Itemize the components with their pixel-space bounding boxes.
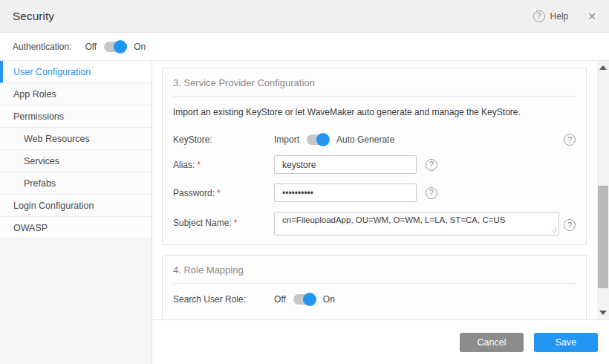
search-user-role-on-label: On xyxy=(323,294,335,305)
sidebar-item-label: Web Resources xyxy=(24,134,90,144)
role-mapping-card: 4. Role Mapping Search User Role: Off On xyxy=(162,255,587,319)
required-asterisk: * xyxy=(234,218,238,228)
alias-input[interactable] xyxy=(274,155,417,174)
sidebar-item-permissions[interactable]: Permissions xyxy=(0,105,152,128)
sidebar-item-label: Prefabs xyxy=(24,178,56,189)
service-provider-configuration-card: 3. Service Provider Configuration Import… xyxy=(162,68,587,245)
scroll-up-arrow-icon[interactable] xyxy=(599,65,607,70)
keystore-controls: Import Auto Generate ? xyxy=(274,134,576,146)
sidebar-item-services[interactable]: Services xyxy=(0,150,152,172)
authentication-off-label: Off xyxy=(85,42,97,52)
toggle-knob xyxy=(303,293,316,306)
subject-name-label-text: Subject Name: xyxy=(173,218,232,228)
help-icon[interactable]: ? xyxy=(533,10,545,22)
sidebar-item-label: OWASP xyxy=(13,223,48,233)
scrollbar[interactable] xyxy=(597,61,609,319)
password-label-text: Password: xyxy=(173,188,215,198)
subject-name-controls: cn=FileuploadApp, OU=WM, O=WM, L=LA, ST=… xyxy=(274,212,576,235)
subject-name-textarea-wrap: cn=FileuploadApp, OU=WM, O=WM, L=LA, ST=… xyxy=(274,212,559,235)
subject-name-row: Subject Name:* cn=FileuploadApp, OU=WM, … xyxy=(173,212,576,235)
search-user-role-controls: Off On xyxy=(274,294,576,305)
close-icon[interactable]: ✕ xyxy=(587,10,596,22)
password-help-icon[interactable]: ? xyxy=(426,187,437,199)
subject-name-help-icon[interactable]: ? xyxy=(564,219,576,231)
section-title: 3. Service Provider Configuration xyxy=(173,77,576,88)
sidebar-item-login-configuration[interactable]: Login Configuration xyxy=(0,195,152,217)
sidebar-item-app-roles[interactable]: App Roles xyxy=(0,83,152,105)
sidebar-filler xyxy=(0,239,152,364)
page-title: Security xyxy=(13,10,54,23)
keystore-label: KeyStore: xyxy=(173,134,274,145)
authentication-row: Authentication: Off On xyxy=(0,33,609,61)
password-label: Password:* xyxy=(173,188,274,198)
alias-controls: ? xyxy=(274,155,576,174)
search-user-role-row: Search User Role: Off On xyxy=(173,294,576,305)
keystore-row: KeyStore: Import Auto Generate ? xyxy=(173,134,576,146)
help-label[interactable]: Help xyxy=(550,11,569,22)
sidebar: User Configuration App Roles Permissions… xyxy=(0,61,152,364)
keystore-description: Import an existing KeyStore or let WaveM… xyxy=(173,107,576,117)
main-content: 3. Service Provider Configuration Import… xyxy=(152,61,609,364)
sidebar-item-label: Login Configuration xyxy=(13,201,94,211)
sidebar-item-owasp[interactable]: OWASP xyxy=(0,217,152,239)
required-asterisk: * xyxy=(217,188,221,198)
scrollbar-thumb[interactable] xyxy=(598,186,608,288)
toggle-knob xyxy=(316,133,330,146)
password-controls: ? xyxy=(274,183,576,202)
search-user-role-off-label: Off xyxy=(274,294,286,305)
required-asterisk: * xyxy=(197,160,201,170)
keystore-auto-generate-label: Auto Generate xyxy=(336,134,394,145)
search-user-role-toggle[interactable] xyxy=(293,294,316,305)
sidebar-item-label: App Roles xyxy=(13,89,56,100)
section-title: 4. Role Mapping xyxy=(173,264,576,276)
dialog-body: User Configuration App Roles Permissions… xyxy=(0,61,609,364)
security-dialog: Security ? Help ✕ Authentication: Off On… xyxy=(0,0,609,364)
scroll-down-arrow-icon[interactable] xyxy=(599,311,607,315)
alias-row: Alias:* ? xyxy=(173,155,576,174)
dialog-header: Security ? Help ✕ xyxy=(0,0,609,33)
sidebar-item-web-resources[interactable]: Web Resources xyxy=(0,128,152,150)
scrollable-content: 3. Service Provider Configuration Import… xyxy=(152,61,609,319)
header-actions: ? Help ✕ xyxy=(533,10,596,22)
keystore-help-icon[interactable]: ? xyxy=(564,134,576,146)
alias-label: Alias:* xyxy=(173,160,274,170)
sidebar-item-prefabs[interactable]: Prefabs xyxy=(0,172,152,195)
divider xyxy=(173,283,576,284)
keystore-import-label: Import xyxy=(274,134,299,145)
alias-label-text: Alias: xyxy=(173,160,195,170)
authentication-toggle[interactable] xyxy=(104,42,126,52)
password-row: Password:* ? xyxy=(173,183,576,202)
keystore-toggle[interactable] xyxy=(307,134,329,145)
divider xyxy=(173,96,576,97)
authentication-on-label: On xyxy=(134,42,146,52)
cancel-button[interactable]: Cancel xyxy=(460,333,524,352)
save-button[interactable]: Save xyxy=(534,333,598,352)
search-user-role-label: Search User Role: xyxy=(173,294,274,305)
authentication-label: Authentication: xyxy=(13,42,71,52)
toggle-knob xyxy=(114,40,127,53)
subject-name-label: Subject Name:* xyxy=(173,218,274,228)
alias-help-icon[interactable]: ? xyxy=(426,159,437,171)
sidebar-item-label: Services xyxy=(24,156,59,166)
sidebar-item-label: User Configuration xyxy=(13,67,91,77)
password-input[interactable] xyxy=(274,183,417,202)
dialog-footer: Cancel Save xyxy=(152,319,609,364)
sidebar-item-label: Permissions xyxy=(13,111,64,122)
subject-name-textarea[interactable]: cn=FileuploadApp, OU=WM, O=WM, L=LA, ST=… xyxy=(274,212,559,235)
sidebar-item-user-configuration[interactable]: User Configuration xyxy=(0,61,152,83)
